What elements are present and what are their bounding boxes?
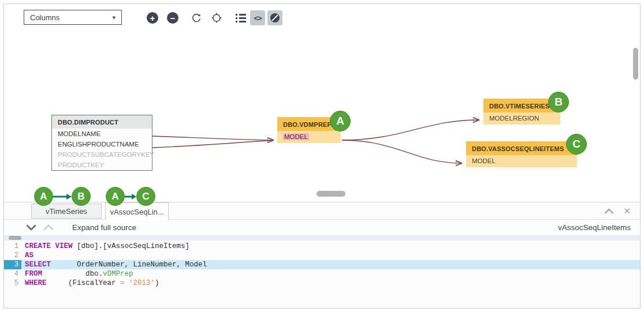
expand-full-source-label[interactable]: Expand full source xyxy=(72,223,136,232)
list-icon xyxy=(235,13,247,23)
lineage-tool-window: Columns ▾ + − xyxy=(0,0,644,312)
line-number: 4 xyxy=(4,269,21,279)
line-number: 2 xyxy=(4,251,21,260)
table-node-title[interactable]: DBO.VASSOCSEQLINEITEMS xyxy=(466,141,577,155)
reset-view-button[interactable] xyxy=(209,10,224,25)
column-row[interactable]: MODELNAME xyxy=(52,129,152,139)
line-number: 3 xyxy=(4,260,21,269)
highlighted-column: MODEL xyxy=(283,133,309,140)
source-panel: vTimeSeries vAssocSeqLin... ✕ Expand ful xyxy=(4,202,640,309)
columns-dropdown[interactable]: Columns ▾ xyxy=(24,10,122,25)
line-number: 5 xyxy=(4,279,21,288)
code-text: AS xyxy=(21,251,640,260)
edge-model-to-modelregion xyxy=(342,120,479,140)
arrow-right-icon xyxy=(53,193,72,200)
pair-badge-a[interactable]: A xyxy=(34,187,53,206)
table-node-title[interactable]: DBO.DIMPRODUCT xyxy=(52,115,152,129)
close-panel-icon[interactable]: ✕ xyxy=(623,206,631,216)
vertical-scrollbar-thumb[interactable] xyxy=(633,48,638,80)
table-node-vassocseqlineitems[interactable]: DBO.VASSOCSEQLINEITEMS MODEL xyxy=(466,141,577,167)
app-frame: Columns ▾ + − xyxy=(3,3,641,309)
panel-controls: ✕ xyxy=(604,206,631,216)
contrast-icon xyxy=(269,12,281,24)
code-view-toggle[interactable]: <> xyxy=(250,10,265,25)
collapse-source-up-icon[interactable] xyxy=(43,224,54,231)
list-view-button[interactable] xyxy=(233,10,248,25)
column-row[interactable]: ENGLISHPRODUCTNAME xyxy=(52,139,152,149)
code-line[interactable]: 2 AS xyxy=(4,251,640,260)
column-row[interactable]: MODELREGION xyxy=(483,112,560,125)
code-icon: <> xyxy=(254,14,261,22)
code-line[interactable]: 5 WHERE (FiscalYear = '2013') xyxy=(4,279,640,288)
code-line[interactable]: 1 CREATE VIEW [dbo].[vAssocSeqLineItems] xyxy=(4,242,640,251)
edge-englishproductname-to-model xyxy=(152,141,271,148)
arrow-right-icon xyxy=(125,193,136,200)
source-header: Expand full source vAssocSeqLineItems xyxy=(4,220,640,235)
code-text: SELECT OrderNumber, LineNumber, Model xyxy=(21,260,640,269)
lineage-badge-pair-ab: A B xyxy=(34,187,91,206)
line-number: 1 xyxy=(4,242,21,251)
pair-badge-a[interactable]: A xyxy=(106,187,125,206)
source-tabs-row: vTimeSeries vAssocSeqLin... ✕ xyxy=(4,202,640,220)
code-horizontal-scrollbar[interactable] xyxy=(4,235,640,240)
column-row[interactable]: MODEL xyxy=(277,131,341,143)
contrast-toggle[interactable] xyxy=(267,10,282,25)
zoom-out-button[interactable]: − xyxy=(165,10,180,25)
column-row[interactable]: MODEL xyxy=(466,155,577,167)
diagram-toolbar: Columns ▾ + − xyxy=(4,4,640,32)
source-object-name: vAssocSeqLineItems xyxy=(558,223,640,232)
edge-modelname-to-model xyxy=(152,136,273,140)
edge-model-to-model xyxy=(342,140,461,163)
collapse-panel-icon[interactable] xyxy=(604,208,614,214)
crosshair-icon xyxy=(211,12,222,24)
pair-badge-c[interactable]: C xyxy=(136,187,155,206)
columns-dropdown-value: Columns xyxy=(30,13,59,22)
zoom-in-button[interactable]: + xyxy=(145,10,160,25)
lineage-badge-b[interactable]: B xyxy=(548,92,569,112)
lineage-badge-c[interactable]: C xyxy=(566,134,587,155)
chevron-down-icon: ▾ xyxy=(112,14,116,21)
pair-badge-b[interactable]: B xyxy=(72,187,91,206)
column-row[interactable]: PRODUCTKEY xyxy=(52,160,152,170)
code-line-selected[interactable]: 3 SELECT OrderNumber, LineNumber, Model xyxy=(4,260,640,269)
code-text: WHERE (FiscalYear = '2013') xyxy=(21,279,640,288)
sql-code-editor[interactable]: 1 CREATE VIEW [dbo].[vAssocSeqLineItems]… xyxy=(4,240,640,308)
code-text: CREATE VIEW [dbo].[vAssocSeqLineItems] xyxy=(21,242,640,251)
code-line[interactable]: 4 FROM dbo.vDMPrep xyxy=(4,269,640,279)
code-text: FROM dbo.vDMPrep xyxy=(21,269,640,279)
code-scrollbar-thumb[interactable] xyxy=(9,236,21,240)
horizontal-scrollbar-thumb[interactable] xyxy=(317,191,345,197)
column-row[interactable]: PRODUCTSUBCATEGORYKEY xyxy=(52,149,152,160)
plus-icon: + xyxy=(147,12,158,24)
lineage-diagram-canvas[interactable]: Columns ▾ + − xyxy=(4,4,640,202)
table-node-dimproduct[interactable]: DBO.DIMPRODUCT MODELNAME ENGLISHPRODUCTN… xyxy=(51,115,152,171)
minus-icon: − xyxy=(167,12,178,24)
refresh-button[interactable] xyxy=(189,10,204,25)
expand-source-down-icon[interactable] xyxy=(26,224,36,231)
refresh-icon xyxy=(191,12,202,24)
lineage-badge-pair-ac: A C xyxy=(106,187,155,206)
lineage-badge-a[interactable]: A xyxy=(330,111,351,131)
